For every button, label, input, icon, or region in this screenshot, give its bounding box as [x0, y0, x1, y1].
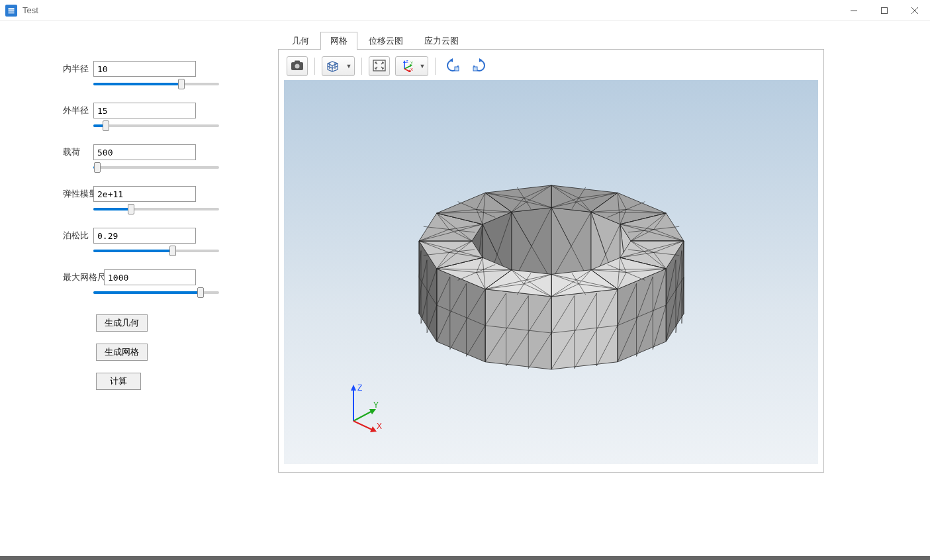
- outer-radius-slider[interactable]: [93, 120, 219, 131]
- rotate-ccw-icon: [445, 58, 461, 75]
- close-button[interactable]: [900, 0, 930, 21]
- compute-button[interactable]: 计算: [96, 373, 141, 390]
- svg-text:Y: Y: [410, 61, 413, 65]
- tab-displacement[interactable]: 位移云图: [359, 32, 413, 50]
- axis-x-label: X: [377, 422, 382, 431]
- svg-point-8: [295, 64, 300, 68]
- param-max-mesh-size: 最大网格尺寸: [63, 269, 205, 298]
- svg-rect-0: [9, 8, 15, 9]
- app-icon: [5, 5, 17, 17]
- viewer-toolbar: ▼ Z Y X: [284, 55, 818, 77]
- axis-z-label: Z: [357, 383, 362, 393]
- svg-line-244: [353, 421, 373, 430]
- fit-icon: [373, 60, 386, 73]
- youngs-modulus-input[interactable]: [93, 186, 196, 202]
- window-controls: [839, 0, 930, 21]
- load-slider[interactable]: [93, 162, 219, 173]
- generate-mesh-button[interactable]: 生成网格: [96, 344, 148, 361]
- chevron-down-icon: ▼: [417, 63, 428, 70]
- svg-rect-4: [882, 7, 888, 13]
- svg-text:X: X: [410, 68, 413, 71]
- svg-line-15: [404, 69, 410, 71]
- svg-rect-1: [9, 10, 15, 11]
- wireframe-cube-icon: [322, 57, 344, 75]
- param-inner-radius: 内半径: [63, 61, 205, 89]
- toolbar-separator: [435, 58, 436, 75]
- axis-gizmo: Z Y X: [340, 381, 393, 434]
- tab-geometry[interactable]: 几何: [282, 32, 319, 50]
- maximize-button[interactable]: [869, 0, 900, 21]
- 3d-viewport[interactable]: Z Y X: [284, 80, 818, 464]
- view-tabs: 几何 网格 位移云图 应力云图: [282, 31, 824, 49]
- camera-icon: [291, 60, 304, 73]
- poisson-slider[interactable]: [93, 246, 219, 256]
- youngs-modulus-slider[interactable]: [93, 204, 219, 214]
- inner-radius-slider[interactable]: [93, 79, 219, 89]
- outer-radius-input[interactable]: [93, 103, 196, 118]
- axis-y-label: Y: [373, 400, 379, 410]
- view-style-dropdown[interactable]: ▼: [322, 56, 355, 76]
- screenshot-button[interactable]: [287, 56, 308, 76]
- param-youngs-modulus: 弹性模量: [63, 186, 205, 214]
- mesh-render: [386, 142, 717, 387]
- window-bottom-edge: [0, 556, 930, 560]
- axis-triad-icon: Z Y X: [396, 57, 417, 75]
- svg-rect-23: [473, 67, 477, 71]
- param-outer-radius: 外半径: [63, 103, 205, 131]
- toolbar-separator: [314, 58, 315, 75]
- axis-orientation-dropdown[interactable]: Z Y X ▼: [395, 56, 428, 76]
- window-title: Test: [23, 5, 38, 15]
- svg-marker-241: [351, 385, 356, 391]
- svg-rect-9: [295, 60, 300, 63]
- svg-line-242: [353, 410, 373, 421]
- poisson-input[interactable]: [93, 228, 196, 244]
- rotate-cw-icon: [471, 58, 487, 75]
- svg-rect-21: [455, 67, 459, 71]
- tab-stress[interactable]: 应力云图: [414, 32, 469, 50]
- svg-text:Z: Z: [406, 60, 408, 64]
- tab-mesh[interactable]: 网格: [320, 32, 357, 50]
- parameter-panel: 内半径 外半径 载荷: [0, 21, 278, 556]
- chevron-down-icon: ▼: [344, 63, 354, 70]
- load-input[interactable]: [93, 144, 196, 160]
- window-titlebar: Test: [0, 0, 930, 21]
- minimize-button[interactable]: [839, 0, 869, 21]
- generate-geometry-button[interactable]: 生成几何: [96, 314, 148, 332]
- toolbar-separator: [361, 58, 362, 75]
- param-poisson: 泊松比: [63, 228, 205, 256]
- viewer-container: ▼ Z Y X: [278, 49, 824, 473]
- fit-view-button[interactable]: [369, 56, 390, 76]
- inner-radius-input[interactable]: [93, 61, 196, 77]
- rotate-cw-button[interactable]: [469, 56, 490, 76]
- rotate-ccw-button[interactable]: [442, 56, 463, 76]
- max-mesh-size-slider[interactable]: [93, 287, 219, 298]
- svg-rect-2: [9, 12, 15, 13]
- param-load: 载荷: [63, 144, 205, 173]
- svg-rect-10: [373, 60, 385, 71]
- viewer-panel: 几何 网格 位移云图 应力云图 ▼: [278, 21, 930, 556]
- max-mesh-size-input[interactable]: [104, 269, 196, 285]
